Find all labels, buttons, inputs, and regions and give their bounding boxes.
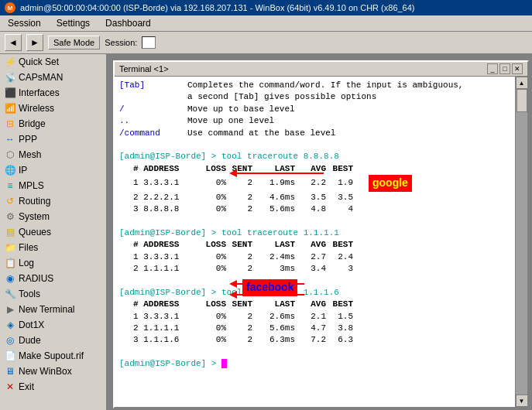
menu-settings[interactable]: Settings: [52, 17, 94, 29]
dude-icon: ◎: [5, 335, 15, 346]
title-text: admin@50:00:00:04:00:00 (ISP-Borde) via …: [20, 3, 415, 12]
sidebar-item-capsman[interactable]: 📡CAPsMAN: [0, 70, 106, 85]
sidebar-item-quick-set[interactable]: ⚡Quick Set: [0, 54, 106, 70]
sidebar-label-mpls: MPLS: [19, 180, 44, 191]
log-icon: 📋: [5, 258, 15, 268]
sidebar-item-ppp[interactable]: ↔PPP: [0, 132, 106, 147]
ip-icon: 🌐: [5, 165, 15, 176]
main-layout: ⚡Quick Set📡CAPsMAN⬛Interfaces📶Wireless⊟B…: [0, 54, 532, 410]
sidebar-label-dot1x: Dot1X: [19, 319, 44, 330]
wireless-icon: 📶: [5, 103, 15, 114]
sidebar-item-tools[interactable]: 🔧Tools: [0, 286, 106, 302]
back-button[interactable]: ◄: [5, 34, 22, 51]
sidebar-item-make-supout[interactable]: 📄Make Supout.rif: [0, 348, 106, 364]
sidebar-item-radius[interactable]: ◉RADIUS: [0, 271, 106, 286]
terminal-window: Terminal <1> _ □ ✕ [Tab]Completes the co…: [113, 60, 529, 408]
table-row: 2 1.1.1.10%23ms3.43: [119, 263, 510, 275]
mpls-icon: ≡: [5, 180, 15, 191]
quick-set-icon: ⚡: [5, 56, 15, 67]
sidebar-item-new-terminal[interactable]: ▶New Terminal: [0, 302, 106, 317]
sidebar-label-ppp: PPP: [19, 134, 37, 145]
content-area: Terminal <1> _ □ ✕ [Tab]Completes the co…: [107, 54, 532, 410]
terminal-close[interactable]: ✕: [512, 63, 523, 74]
help-line: /Move up to base level: [119, 104, 510, 115]
sidebar-label-radius: RADIUS: [19, 273, 53, 284]
facebook-label: facebook: [242, 279, 297, 296]
scroll-thumb[interactable]: [517, 89, 527, 112]
trace-header: # ADDRESSLOSSSENTLASTAVGBEST: [119, 163, 510, 175]
sidebar-label-dude: Dude: [19, 335, 41, 346]
sidebar-label-queues: Queues: [19, 227, 51, 237]
scroll-up[interactable]: ▲: [516, 77, 528, 89]
radius-icon: ◉: [5, 273, 15, 284]
forward-button[interactable]: ►: [26, 34, 43, 51]
sidebar: ⚡Quick Set📡CAPsMAN⬛Interfaces📶Wireless⊟B…: [0, 54, 107, 410]
session-input[interactable]: [142, 36, 156, 49]
sidebar-item-system[interactable]: ⚙System: [0, 209, 106, 224]
safe-mode-button[interactable]: Safe Mode: [48, 36, 100, 50]
sidebar-item-routing[interactable]: ↺Routing: [0, 193, 106, 209]
help-line: [Tab]Completes the command/word. If the …: [119, 80, 510, 91]
trace-header: # ADDRESSLOSSSENTLASTAVGBEST: [119, 239, 510, 251]
table-row: 1 3.3.3.10%22.4ms2.72.4: [119, 251, 510, 263]
help-line: ..Move up one level: [119, 115, 510, 127]
final-prompt[interactable]: [admin@ISP-Borde] > █: [119, 358, 510, 370]
sidebar-item-dot1x[interactable]: ◈Dot1X: [0, 317, 106, 333]
new-winbox-icon: 🖥: [5, 366, 15, 377]
table-row: 1 3.3.3.10%22.6ms2.11.5: [119, 311, 510, 323]
sidebar-label-routing: Routing: [19, 196, 50, 207]
sidebar-label-wireless: Wireless: [19, 103, 54, 114]
sidebar-label-mesh: Mesh: [19, 149, 41, 160]
sidebar-label-new-winbox: New WinBox: [19, 366, 72, 377]
session-label: Session:: [105, 38, 137, 47]
ppp-icon: ↔: [5, 134, 15, 145]
scroll-track: [516, 89, 527, 395]
app-icon: M: [5, 2, 15, 13]
sidebar-item-mpls[interactable]: ≡MPLS: [0, 178, 106, 193]
terminal-title: Terminal <1>: [119, 64, 169, 73]
capsman-icon: 📡: [5, 72, 15, 83]
sidebar-label-bridge: Bridge: [19, 118, 46, 129]
files-icon: 📁: [5, 242, 15, 253]
sidebar-item-dude[interactable]: ◎Dude: [0, 333, 106, 348]
queues-icon: ▤: [5, 227, 15, 237]
new-terminal-icon: ▶: [5, 304, 15, 315]
terminal-maximize[interactable]: □: [499, 63, 510, 74]
sidebar-label-make-supout: Make Supout.rif: [19, 350, 84, 361]
sidebar-item-log[interactable]: 📋Log: [0, 255, 106, 271]
table-row: 3 1.1.1.60%26.3ms7.26.3: [119, 334, 510, 346]
terminal-minimize[interactable]: _: [487, 63, 498, 74]
sidebar-item-interfaces[interactable]: ⬛Interfaces: [0, 85, 106, 101]
menu-dashboard[interactable]: Dashboard: [101, 17, 156, 29]
sidebar-item-queues[interactable]: ▤Queues: [0, 224, 106, 240]
sidebar-item-files[interactable]: 📁Files: [0, 240, 106, 255]
menu-bar: Session Settings Dashboard: [0, 15, 532, 32]
sidebar-label-system: System: [19, 211, 50, 222]
sidebar-label-tools: Tools: [19, 289, 40, 299]
sidebar-item-exit[interactable]: ✕Exit: [0, 379, 106, 395]
sidebar-item-new-winbox[interactable]: 🖥New WinBox: [0, 364, 106, 379]
terminal-body[interactable]: [Tab]Completes the command/word. If the …: [115, 77, 515, 407]
sidebar-label-interfaces: Interfaces: [19, 87, 60, 98]
sidebar-label-exit: Exit: [19, 381, 34, 392]
sidebar-label-quick-set: Quick Set: [19, 56, 59, 67]
scroll-down[interactable]: ▼: [516, 395, 528, 407]
sidebar-label-files: Files: [19, 242, 38, 253]
google-label: google: [369, 175, 412, 192]
terminal-with-scroll: [Tab]Completes the command/word. If the …: [115, 77, 527, 407]
menu-session[interactable]: Session: [3, 17, 46, 29]
sidebar-label-ip: IP: [19, 165, 27, 176]
sidebar-label-new-terminal: New Terminal: [19, 304, 74, 315]
routing-icon: ↺: [5, 196, 15, 207]
sidebar-item-ip[interactable]: 🌐IP: [0, 162, 106, 178]
mesh-icon: ⬡: [5, 149, 15, 160]
sidebar-item-wireless[interactable]: 📶Wireless: [0, 101, 106, 116]
table-row: 3 8.8.8.80%25.6ms4.84: [119, 203, 510, 215]
terminal-scrollbar[interactable]: ▲ ▼: [515, 77, 527, 407]
trace-header: # ADDRESSLOSSSENTLASTAVGBEST: [119, 299, 510, 310]
dot1x-icon: ◈: [5, 319, 15, 330]
trace-prompt: [admin@ISP-Borde] > tool traceroute 1.1.…: [119, 227, 510, 239]
sidebar-item-mesh[interactable]: ⬡Mesh: [0, 147, 106, 162]
help-line: /commandUse command at the base level: [119, 128, 510, 139]
sidebar-item-bridge[interactable]: ⊟Bridge: [0, 116, 106, 132]
